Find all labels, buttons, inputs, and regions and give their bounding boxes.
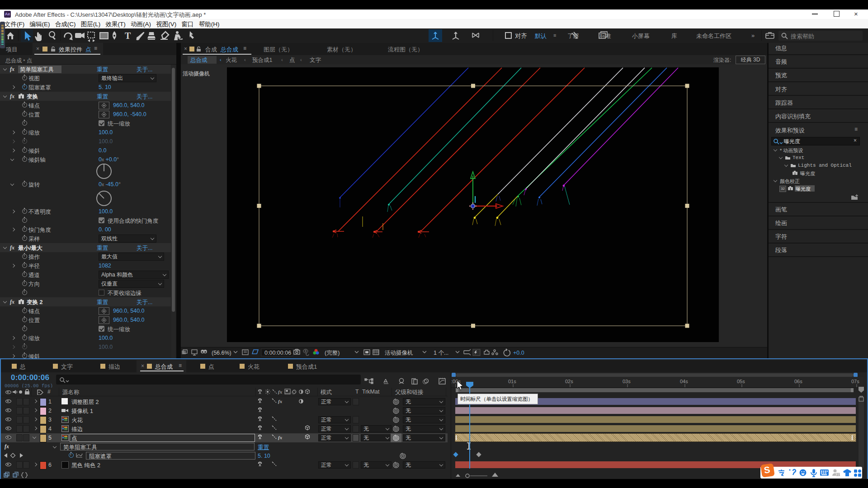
svg-text:fx: fx xyxy=(278,435,283,440)
svg-text:0:00:00:06: 0:00:00:06 xyxy=(264,350,291,356)
svg-text:21: 21 xyxy=(837,473,840,476)
svg-text:fx: fx xyxy=(278,389,283,394)
svg-text:对齐: 对齐 xyxy=(515,33,527,39)
svg-text:活动摄像机: 活动摄像机 xyxy=(385,350,413,356)
svg-text:1 个...: 1 个... xyxy=(434,350,448,356)
svg-text:(完整): (完整) xyxy=(325,350,340,356)
svg-text:+0.0: +0.0 xyxy=(513,350,524,356)
svg-text:(56.6%): (56.6%) xyxy=(212,350,231,356)
svg-text:T: T xyxy=(125,31,131,41)
svg-text:fx: fx xyxy=(278,399,283,404)
